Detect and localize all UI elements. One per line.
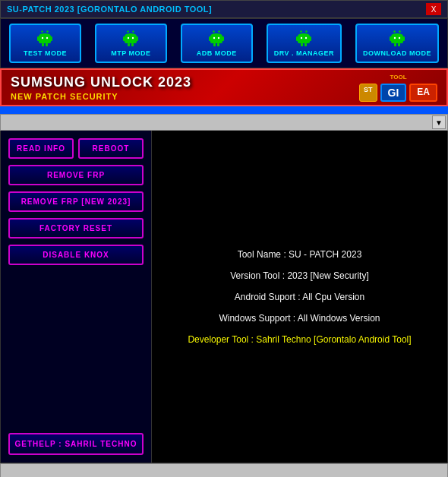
main-content: READ INFO REBOOT REMOVE FRP REMOVE FRP [… (0, 131, 448, 463)
svg-point-32 (393, 30, 395, 32)
svg-point-15 (132, 37, 134, 39)
header-banner: SUMSUNG UNLOCK 2023 NEW PATCH SECURITY T… (0, 68, 448, 106)
drv-manager-button[interactable]: DRV . MANAGER (267, 24, 342, 63)
svg-point-14 (128, 37, 129, 39)
svg-point-17 (219, 30, 220, 32)
disable-knox-button[interactable]: DISABLE KNOX (8, 245, 144, 265)
svg-point-16 (213, 30, 215, 32)
svg-rect-12 (128, 43, 130, 46)
android-icon (121, 30, 140, 48)
remove-frp-new-button[interactable]: REMOVE FRP [NEW 2023] (8, 191, 144, 212)
banner-text-area: SUMSUNG UNLOCK 2023 NEW PATCH SECURITY (11, 74, 191, 101)
badge-ea: EA (409, 84, 437, 102)
read-info-button[interactable]: READ INFO (8, 138, 74, 159)
info-line-5: Developer Tool : Sahril Techno [Gorontal… (188, 334, 411, 345)
adb-mode-button[interactable]: ADB MODE (181, 24, 253, 63)
info-line-4: Windows Support : All Windows Version (219, 313, 380, 324)
test-mode-button[interactable]: TEST MODE (9, 24, 81, 63)
read-reboot-row: READ INFO REBOOT (8, 138, 144, 159)
svg-rect-10 (123, 36, 125, 41)
left-panel: READ INFO REBOOT REMOVE FRP REMOVE FRP [… (0, 131, 152, 463)
download-mode-label: DOWNLOAD MODE (363, 49, 431, 57)
svg-rect-34 (390, 36, 392, 41)
nav-bar: TEST MODE MTP MODE ADB MODE (0, 18, 448, 68)
factory-reset-button[interactable]: FACTORY RESET (8, 218, 144, 238)
svg-rect-19 (222, 36, 225, 41)
svg-rect-35 (402, 36, 405, 41)
banner-title: SUMSUNG UNLOCK 2023 (11, 74, 191, 90)
svg-point-9 (133, 30, 134, 32)
svg-rect-26 (296, 36, 298, 41)
android-icon (207, 30, 226, 48)
banner-subtitle: NEW PATCH SECURITY (11, 92, 191, 101)
right-panel: Tool Name : SU - PATCH 2023 Version Tool… (152, 131, 448, 463)
progress-bar (0, 106, 448, 114)
svg-rect-2 (37, 36, 39, 41)
svg-point-31 (305, 37, 307, 39)
adb-mode-label: ADB MODE (197, 49, 237, 57)
svg-rect-18 (209, 36, 211, 41)
svg-rect-3 (51, 36, 53, 41)
badge-row-bottom: ST GI EA (359, 84, 437, 102)
badge-row-top: TOOL (390, 74, 406, 81)
svg-point-24 (301, 30, 302, 32)
svg-point-38 (394, 37, 396, 39)
svg-point-39 (399, 37, 400, 39)
reboot-button[interactable]: REBOOT (78, 138, 144, 159)
svg-rect-36 (394, 43, 396, 46)
svg-point-33 (399, 30, 400, 32)
info-line-2: Version Tool : 2023 [New Security] (230, 270, 369, 281)
test-mode-label: TEST MODE (24, 49, 67, 57)
svg-rect-27 (310, 36, 312, 41)
svg-rect-20 (213, 43, 216, 46)
download-mode-button[interactable]: DOWNLOAD MODE (355, 24, 439, 63)
badge-area: TOOL ST GI EA (359, 74, 437, 102)
badge-gi: GI (380, 84, 407, 102)
info-line-1: Tool Name : SU - PATCH 2023 (238, 249, 362, 260)
svg-point-8 (128, 30, 129, 32)
android-icon (388, 30, 406, 48)
svg-rect-21 (217, 43, 219, 46)
android-icon (36, 30, 54, 48)
svg-point-7 (46, 37, 48, 39)
app-title: SU-PATCH 2023 [GORONTALO ANDROID TOOL] (7, 5, 212, 14)
svg-point-30 (301, 37, 302, 39)
remove-frp-button[interactable]: REMOVE FRP (8, 165, 144, 185)
close-button[interactable]: X (426, 3, 441, 15)
svg-point-1 (47, 30, 49, 32)
badge-st: ST (359, 84, 377, 102)
bottom-scrollbar[interactable] (0, 463, 448, 477)
svg-rect-4 (42, 43, 44, 46)
info-line-3: Android Suport : All Cpu Version (235, 292, 364, 302)
svg-point-25 (306, 30, 308, 32)
svg-point-6 (42, 37, 43, 39)
scroll-track (1, 464, 447, 477)
drv-manager-label: DRV . MANAGER (274, 49, 334, 57)
svg-point-23 (218, 37, 219, 39)
dropdown-row: ▼ (0, 114, 448, 131)
svg-rect-5 (46, 43, 48, 46)
mtp-mode-label: MTP MODE (111, 49, 150, 57)
title-bar: SU-PATCH 2023 [GORONTALO ANDROID TOOL] X (0, 0, 448, 18)
badge-st-label: TOOL (390, 74, 406, 81)
svg-point-0 (42, 30, 43, 32)
svg-rect-13 (131, 43, 134, 46)
svg-rect-37 (398, 43, 400, 46)
svg-rect-28 (301, 43, 303, 46)
svg-rect-29 (304, 43, 307, 46)
gethelp-button[interactable]: GETHELP : SAHRIL TECHNO (8, 433, 144, 455)
dropdown-button[interactable]: ▼ (432, 115, 446, 129)
svg-point-22 (213, 37, 215, 39)
svg-rect-11 (137, 36, 139, 41)
android-icon (295, 30, 313, 48)
mtp-mode-button[interactable]: MTP MODE (95, 24, 167, 63)
